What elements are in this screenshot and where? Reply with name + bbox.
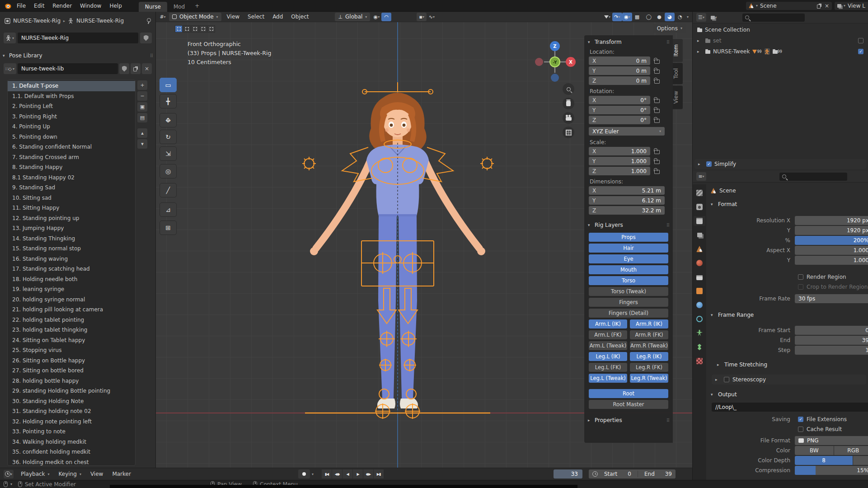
file-format-dropdown[interactable]: PNG xyxy=(795,436,868,445)
pose-list-item[interactable]: 14. Standing Thingking xyxy=(8,234,135,244)
editor-type-viewport-icon[interactable]: #▾ xyxy=(158,13,168,21)
pose-list-item[interactable]: 1.1. Default with Props xyxy=(8,91,135,102)
pose-list-item[interactable]: 4. Pointing Up xyxy=(8,122,135,132)
current-frame-field[interactable]: 33 xyxy=(554,469,582,479)
shading-dropdown-icon[interactable]: ▾ xyxy=(687,15,689,19)
step-back-button[interactable]: ◀ xyxy=(343,469,352,479)
pose-list[interactable]: 1. Default T-pose1.1. Default with Props… xyxy=(7,80,136,466)
show-gizmo-icon[interactable]: ↷▾ xyxy=(612,13,622,21)
pose-list-item[interactable]: 5. Pointing down xyxy=(8,132,135,142)
physics-properties-icon[interactable] xyxy=(694,314,705,324)
workspace-tab-mod[interactable]: Mod xyxy=(167,2,191,12)
stereoscopy-checkbox[interactable] xyxy=(724,377,729,382)
select-mode-1[interactable] xyxy=(183,25,191,33)
solid-shading-icon[interactable]: ● xyxy=(654,13,664,21)
timeline-menu-marker[interactable]: Marker xyxy=(108,469,135,479)
pose-list-item[interactable]: 7. Standing Crossed arm xyxy=(8,152,135,163)
frame-range-frame-start-field[interactable]: 0 xyxy=(795,326,868,335)
end-frame-field[interactable]: 39 xyxy=(665,471,672,477)
rig-layer-leg-r-ik[interactable]: Leg.R (IK) xyxy=(630,352,668,361)
format-y-field[interactable]: 1.000 xyxy=(795,256,868,265)
pose-list-item[interactable]: 19. leaning syringe xyxy=(8,284,135,295)
expand-icon[interactable]: ▸ xyxy=(697,38,703,43)
file-extensions-checkbox[interactable]: ✓ xyxy=(798,417,803,422)
outliner-item-set[interactable]: ▸set xyxy=(693,35,868,46)
pose-list-item[interactable]: 15. Standing normal stop xyxy=(8,244,135,254)
lock-icon[interactable] xyxy=(654,148,659,154)
lock-icon[interactable] xyxy=(654,168,659,174)
pose-list-item[interactable]: 11. Sitting Happy xyxy=(8,203,135,213)
falloff-curve-icon[interactable]: ∿▾ xyxy=(427,13,436,21)
pose-list-item[interactable]: 34. Walking holding medkit xyxy=(8,437,135,447)
pose-library-panel-header[interactable]: ▾ Pose Library ⠿ xyxy=(3,51,153,61)
armature-id-icon[interactable]: ▾ xyxy=(4,33,16,43)
remove-pose-button[interactable]: − xyxy=(137,91,147,101)
texture-properties-icon[interactable] xyxy=(694,356,705,366)
jump-to-end-button[interactable]: ▶▮ xyxy=(374,469,384,479)
move-tool[interactable]: ↔↕ xyxy=(160,113,177,127)
show-overlays-icon[interactable]: ◉▾ xyxy=(622,13,632,21)
scene-collection-row[interactable]: Scene Collection xyxy=(693,24,868,35)
view-layer-properties-icon[interactable] xyxy=(694,230,705,240)
pivot-point-icon[interactable]: ◉▾ xyxy=(371,13,381,21)
keying-set-dropdown-icon[interactable]: ▾ xyxy=(312,472,314,476)
auto-keying-button[interactable] xyxy=(298,469,310,479)
simplify-panel-header[interactable]: ▸ ✓ Simplify xyxy=(694,159,866,169)
rig-layer-fingers-detail[interactable]: Fingers (Detail) xyxy=(589,309,668,318)
pose-list-item[interactable]: 8. Standing Happy xyxy=(8,162,135,173)
rig-layer-leg-r-fk[interactable]: Leg.R (FK) xyxy=(630,363,668,372)
format-y-field[interactable]: 1920 px xyxy=(795,226,868,235)
wireframe-shading-icon[interactable]: ◯ xyxy=(644,13,654,21)
sidebar-tab-item[interactable]: Item xyxy=(673,39,683,62)
rig-layer-fingers[interactable]: Fingers xyxy=(589,298,668,307)
pose-list-item[interactable]: 6. Standing confident Normal xyxy=(8,142,135,152)
select-mode-0[interactable] xyxy=(175,25,183,33)
breadcrumb-object[interactable]: NURSE-Tweek-Rig xyxy=(13,18,61,24)
add-cube-tool[interactable]: ⊞ xyxy=(160,221,177,235)
rig-layer-arm-r-tweak[interactable]: Arm.R (Tweak) xyxy=(630,341,668,350)
viewport-menu-object[interactable]: Object xyxy=(287,14,313,20)
menu-file[interactable]: File xyxy=(13,1,30,10)
viewport-menu-add[interactable]: Add xyxy=(268,14,287,20)
select-mode-4[interactable] xyxy=(207,25,215,33)
annotate-tool[interactable]: ╱ xyxy=(160,183,177,197)
outliner-checkbox[interactable]: ✓ xyxy=(858,49,863,54)
scale-y-field[interactable]: Y1.000 xyxy=(589,157,650,165)
pose-list-item[interactable]: 16. Standing waving xyxy=(8,254,135,264)
viewport-menu-view[interactable]: View xyxy=(223,14,244,20)
lock-icon[interactable] xyxy=(654,78,659,84)
scale-x-field[interactable]: X1.000 xyxy=(589,147,650,155)
menu-render[interactable]: Render xyxy=(48,1,76,10)
fluid-properties-icon[interactable] xyxy=(694,300,705,310)
rig-layer-eye[interactable]: Eye xyxy=(589,254,668,263)
tool-icon[interactable] xyxy=(694,188,705,198)
pose-library-id-icon[interactable]: ∷◇▾ xyxy=(4,63,16,74)
rig-layer-torso-tweak[interactable]: Torso (Tweak) xyxy=(589,287,668,296)
pose-list-item[interactable]: 2. Pointing Left xyxy=(8,101,135,112)
unlink-scene-icon[interactable]: × xyxy=(825,3,829,9)
breadcrumb-data[interactable]: NURSE-Tweek-Rig xyxy=(76,18,124,24)
pose-list-item[interactable]: 10. Sitting sad xyxy=(8,193,135,203)
frame-range-end-field[interactable]: 39 xyxy=(795,336,868,345)
timeline-menu-keying[interactable]: Keying▾ xyxy=(54,469,86,479)
move-pose-up-button[interactable]: ▴ xyxy=(137,128,147,138)
status-mouse-dropdown[interactable]: ▾ xyxy=(4,480,12,488)
lock-icon[interactable] xyxy=(654,58,659,64)
output-path-field[interactable]: //Loop\_ xyxy=(712,403,868,412)
properties-search-input[interactable] xyxy=(779,173,847,181)
render-properties-icon[interactable] xyxy=(694,202,705,212)
pose-list-item[interactable]: 21. holding pill looking at camera xyxy=(8,305,135,315)
new-workspace-button[interactable]: + xyxy=(191,3,203,9)
transform-tool[interactable]: ◎ xyxy=(160,164,177,178)
bone-properties-icon[interactable] xyxy=(694,342,705,352)
color-mode-bw-button[interactable]: BW xyxy=(795,446,834,455)
pose-list-item[interactable]: 27. Sitting on bottle bored xyxy=(8,366,135,376)
pose-list-item[interactable]: 28. holding bottle happy xyxy=(8,376,135,386)
lock-icon[interactable] xyxy=(654,97,659,103)
rig-layer-leg-r-tweak[interactable]: Leg.R (Tweak) xyxy=(630,374,668,383)
lock-icon[interactable] xyxy=(654,107,659,113)
properties-panel-header[interactable]: ▸Properties ⠿ xyxy=(584,415,673,425)
output-properties-icon[interactable] xyxy=(694,216,705,226)
rotation-z-field[interactable]: Z0° xyxy=(589,116,650,124)
rig-layer-arm-l-fk[interactable]: Arm.L (FK) xyxy=(589,330,627,339)
